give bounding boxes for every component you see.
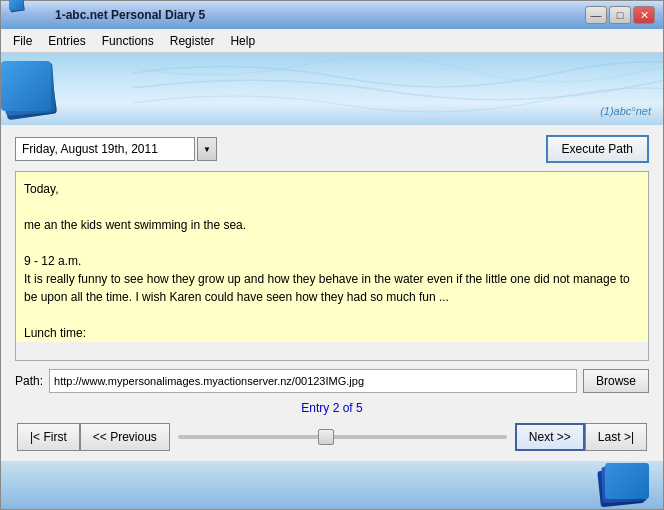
nav-slider-track[interactable] — [178, 435, 507, 439]
entry-info-text: Entry 2 of 5 — [301, 401, 362, 415]
diary-textarea[interactable] — [16, 172, 648, 342]
menu-register[interactable]: Register — [162, 32, 223, 50]
menu-file[interactable]: File — [5, 32, 40, 50]
restore-button[interactable]: □ — [609, 6, 631, 24]
header-waves — [133, 53, 663, 125]
execute-path-button[interactable]: Execute Path — [546, 135, 649, 163]
first-button[interactable]: |< First — [17, 423, 80, 451]
footer-logo — [593, 465, 649, 505]
nav-slider-thumb[interactable] — [318, 429, 334, 445]
last-button[interactable]: Last >| — [585, 423, 647, 451]
footer-banner — [1, 461, 663, 509]
header-logo — [1, 61, 57, 117]
header-banner: (1)abc°net — [1, 53, 663, 125]
menubar: File Entries Functions Register Help — [1, 29, 663, 53]
header-brand: (1)abc°net — [600, 105, 651, 117]
titlebar-controls: — □ ✕ — [585, 6, 655, 24]
minimize-button[interactable]: — — [585, 6, 607, 24]
close-button[interactable]: ✕ — [633, 6, 655, 24]
titlebar-icon — [9, 7, 13, 11]
titlebar-left: 1-abc.net Personal Diary 5 — [9, 7, 205, 23]
path-label: Path: — [15, 374, 43, 388]
path-input[interactable] — [49, 369, 577, 393]
previous-button[interactable]: << Previous — [80, 423, 170, 451]
browse-button[interactable]: Browse — [583, 369, 649, 393]
date-dropdown-button[interactable]: ▼ — [197, 137, 217, 161]
entry-info: Entry 2 of 5 — [15, 401, 649, 415]
next-button[interactable]: Next >> — [515, 423, 585, 451]
date-row: ▼ Execute Path — [15, 135, 649, 163]
menu-entries[interactable]: Entries — [40, 32, 93, 50]
main-window: 1-abc.net Personal Diary 5 — □ ✕ File En… — [0, 0, 664, 510]
titlebar: 1-abc.net Personal Diary 5 — □ ✕ — [1, 1, 663, 29]
date-input[interactable] — [15, 137, 195, 161]
menu-help[interactable]: Help — [222, 32, 263, 50]
date-field: ▼ — [15, 137, 217, 161]
main-content: ▼ Execute Path Path: Browse Entry 2 of 5… — [1, 125, 663, 461]
menu-functions[interactable]: Functions — [94, 32, 162, 50]
nav-row: |< First << Previous Next >> Last >| — [15, 423, 649, 451]
diary-text-wrapper — [15, 171, 649, 361]
window-title: 1-abc.net Personal Diary 5 — [55, 8, 205, 22]
path-row: Path: Browse — [15, 369, 649, 393]
